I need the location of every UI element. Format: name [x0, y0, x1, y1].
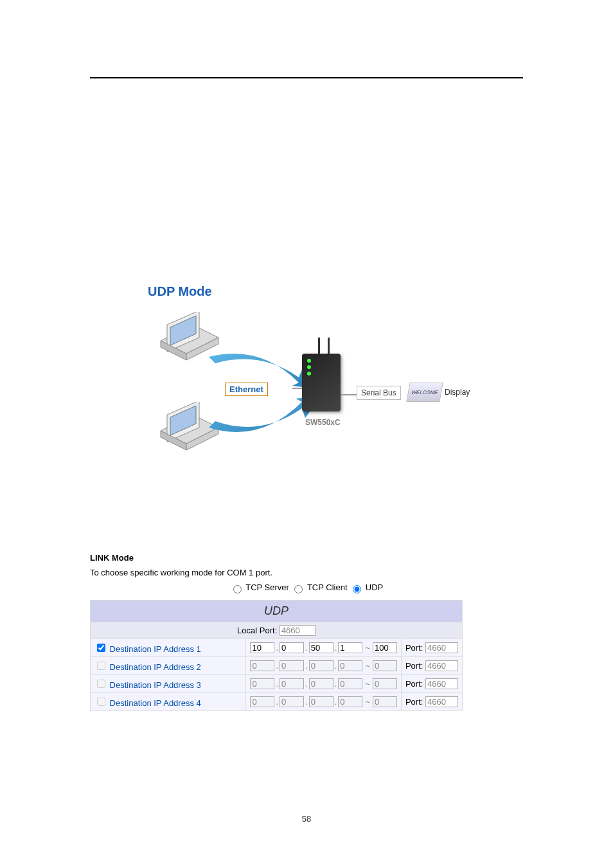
tcp-client-label: TCP Client — [307, 583, 348, 592]
range-tilde: ~ — [365, 697, 370, 707]
port-label: Port: — [405, 643, 425, 653]
ip-octet-input[interactable] — [280, 642, 304, 653]
ip-octet-input[interactable] — [280, 678, 304, 689]
port-label: Port: — [405, 679, 425, 689]
destination-enable-checkbox[interactable] — [97, 644, 105, 652]
separator-dot: . — [335, 661, 337, 671]
top-divider — [90, 77, 523, 78]
local-port-label: Local Port: — [237, 626, 277, 635]
ip-range-input[interactable] — [373, 660, 397, 671]
section-title: UDP Mode — [148, 284, 523, 299]
port-label: Port: — [405, 697, 425, 707]
separator-dot: . — [305, 661, 308, 671]
udp-diagram: Ethernet SW550xC Serial Bus WELCOME Disp… — [90, 312, 523, 479]
link-mode-radio-group: TCP Server TCP Client UDP — [90, 583, 523, 593]
range-tilde: ~ — [365, 661, 370, 671]
connector-line — [341, 394, 359, 395]
destination-row: Destination IP Address 3...~Port: — [91, 674, 463, 692]
destination-label: Destination IP Address 2 — [107, 662, 201, 672]
destination-enable-checkbox[interactable] — [97, 662, 105, 670]
ip-octet-input[interactable] — [309, 678, 333, 689]
tcp-server-label: TCP Server — [245, 583, 289, 592]
udp-table: UDP Local Port: Destination IP Address 1… — [90, 600, 463, 711]
separator-dot: . — [335, 643, 337, 653]
separator-dot: . — [276, 679, 278, 689]
udp-radio[interactable] — [353, 585, 361, 593]
destination-label: Destination IP Address 1 — [107, 644, 201, 654]
destination-row: Destination IP Address 1...~Port: — [91, 638, 463, 656]
destination-row: Destination IP Address 4...~Port: — [91, 692, 463, 710]
destination-enable-checkbox[interactable] — [97, 698, 105, 706]
separator-dot: . — [335, 697, 337, 707]
udp-table-header: UDP — [91, 600, 463, 622]
ip-octet-input[interactable] — [250, 642, 274, 653]
ip-octet-input[interactable] — [280, 696, 304, 707]
separator-dot: . — [305, 679, 308, 689]
port-input[interactable] — [425, 660, 458, 671]
separator-dot: . — [276, 697, 278, 707]
ip-octet-input[interactable] — [309, 642, 333, 653]
ip-octet-input[interactable] — [309, 660, 333, 671]
ip-octet-input[interactable] — [338, 696, 362, 707]
separator-dot: . — [305, 697, 308, 707]
welcome-icon: WELCOME — [406, 383, 443, 402]
port-input[interactable] — [425, 642, 458, 653]
destination-label: Destination IP Address 4 — [107, 698, 201, 708]
range-tilde: ~ — [365, 679, 370, 689]
ip-range-input[interactable] — [373, 678, 397, 689]
link-mode-subtext: To choose specific working mode for COM … — [90, 568, 523, 577]
ip-octet-input[interactable] — [338, 678, 362, 689]
device-label: SW550xC — [305, 418, 341, 427]
port-input[interactable] — [425, 696, 458, 707]
computer-icon — [154, 402, 225, 463]
port-input[interactable] — [425, 678, 458, 689]
device-icon — [302, 354, 341, 411]
udp-label: UDP — [366, 583, 383, 592]
ip-octet-input[interactable] — [280, 660, 304, 671]
serial-bus-label: Serial Bus — [357, 386, 401, 400]
tcp-client-radio[interactable] — [294, 585, 303, 593]
ip-octet-input[interactable] — [309, 696, 333, 707]
display-label: Display — [445, 388, 470, 397]
computer-icon — [154, 312, 225, 373]
separator-dot: . — [276, 661, 278, 671]
ethernet-label: Ethernet — [225, 383, 268, 396]
range-tilde: ~ — [365, 643, 370, 653]
ip-octet-input[interactable] — [338, 660, 362, 671]
ip-octet-input[interactable] — [338, 642, 362, 653]
tcp-server-radio[interactable] — [233, 585, 242, 593]
ip-octet-input[interactable] — [250, 678, 274, 689]
page-number: 58 — [0, 814, 613, 824]
ip-range-input[interactable] — [373, 642, 397, 653]
separator-dot: . — [276, 643, 278, 653]
destination-label: Destination IP Address 3 — [107, 680, 201, 690]
separator-dot: . — [335, 679, 337, 689]
ip-range-input[interactable] — [373, 696, 397, 707]
port-label: Port: — [405, 661, 425, 671]
local-port-input[interactable] — [280, 625, 315, 636]
link-mode-heading: LINK Mode — [90, 553, 523, 563]
ip-octet-input[interactable] — [250, 696, 274, 707]
destination-enable-checkbox[interactable] — [97, 680, 105, 688]
ip-octet-input[interactable] — [250, 660, 274, 671]
separator-dot: . — [305, 643, 308, 653]
destination-row: Destination IP Address 2...~Port: — [91, 656, 463, 674]
